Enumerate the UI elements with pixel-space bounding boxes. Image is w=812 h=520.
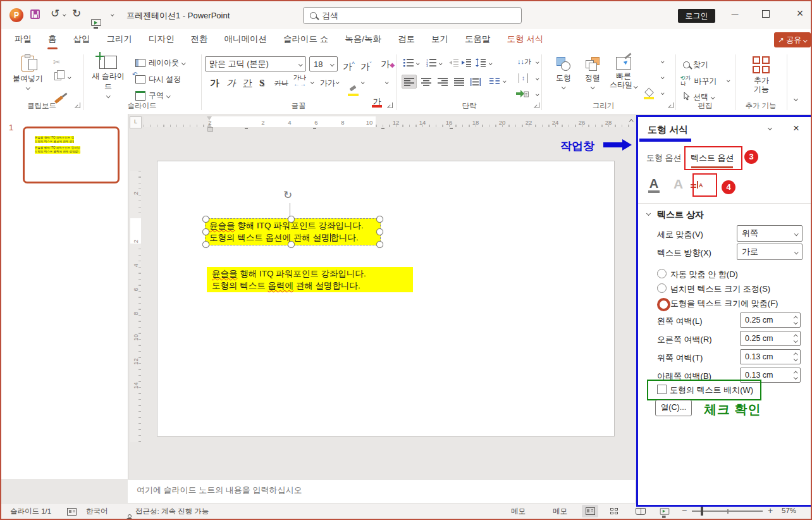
change-case-button[interactable]: 가가 [320,76,335,90]
resize-handle-nw[interactable] [202,216,209,223]
shape-fill-icon[interactable] [644,89,654,99]
close-button[interactable]: × [794,7,806,20]
rotation-handle-icon[interactable]: ↻ [283,189,292,202]
highlight-dropdown-icon[interactable] [361,80,364,84]
bold-button[interactable]: 가 [210,76,219,90]
resize-handle-n[interactable] [288,216,295,223]
shape-outline-dropdown-icon[interactable] [661,75,664,78]
align-text-icon[interactable]: ↕ [519,73,528,83]
smartart-dropdown-icon[interactable] [536,92,539,96]
pane-collapse-icon[interactable] [768,126,772,130]
view-normal-button[interactable] [582,505,598,517]
pane-tab-shape-options[interactable]: 도형 옵션 [646,152,682,164]
tab-11[interactable]: 도움말 [457,29,499,51]
slide-thumbnail[interactable]: 윤슬을 향해 ITQ 파워포인트 강좌입니다.도형의 텍스트 옵션에 관해 설명… [23,127,120,183]
character-spacing-dropdown-icon[interactable] [311,80,314,84]
view-reading-button[interactable] [632,505,649,517]
vertical-align-select[interactable]: 위쪽 [737,225,803,242]
replace-dropdown-icon[interactable] [727,78,730,82]
underline-button[interactable]: 간 [243,76,252,90]
textbox-second[interactable]: 윤슬을 행해 ITQ 파워포인트 강좌입니다. 도형의 텍스트 옵력에 관해 설… [207,267,413,292]
tab-4[interactable]: 디자인 [140,29,183,51]
view-slide-sorter-button[interactable] [606,505,622,517]
indent-square-marker[interactable] [207,127,213,132]
resize-handle-sw[interactable] [202,241,209,248]
section-collapse-icon[interactable] [646,211,651,216]
smartart-convert-icon[interactable] [516,90,529,101]
right-margin-spinner[interactable]: 0.25 cm [740,331,801,346]
font-color-dropdown-icon[interactable] [385,80,388,84]
zoom-slider-thumb[interactable] [701,506,703,516]
paste-button[interactable]: 붙여넣기 [11,56,44,89]
decrease-indent-icon[interactable] [449,58,458,70]
shrink-font-icon[interactable]: 가ˇ [360,57,372,73]
numbering-icon[interactable]: 123 [426,58,436,70]
line-spacing-dropdown-icon[interactable] [489,61,492,65]
tab-5[interactable]: 전환 [183,29,216,51]
zoom-out-button[interactable]: − [682,505,687,516]
font-size-select[interactable]: 18 [309,56,338,71]
scroll-up-icon[interactable] [627,118,635,125]
numbering-dropdown-icon[interactable] [439,61,442,65]
pane-close-icon[interactable]: × [793,122,799,135]
undo-icon[interactable]: ↺ [51,8,59,20]
view-slideshow-button[interactable] [656,505,673,517]
accessibility-status[interactable]: 접근성: 계속 진행 가능 [135,507,209,516]
tab-12[interactable]: 도형 서식 [499,29,552,51]
tab-1[interactable]: 홈 [40,29,65,51]
columns-button[interactable]: 열(C)... [655,400,692,416]
font-name-select[interactable]: 맑은 고딕 (본문) [205,56,306,71]
resize-handle-se[interactable] [376,241,383,248]
align-text-dropdown-icon[interactable] [536,77,539,80]
find-button[interactable]: 찾기 [683,59,708,70]
textbox-selected[interactable]: 윤슬을 향해 ITQ 파워포인트 강좌입니다. 도형의 텍스트 옵션에 관해 설… [205,218,381,245]
layout-button[interactable]: 레이아웃 [135,58,185,68]
shape-fill-dropdown-icon[interactable] [661,59,664,63]
undo-dropdown-icon[interactable] [63,13,66,16]
maximize-button[interactable] [762,10,770,18]
tab-0[interactable]: 파일 [6,29,40,51]
cut-icon[interactable]: ✂ [53,57,61,67]
resize-handle-s[interactable] [288,241,295,248]
login-button[interactable]: 로그인 [678,9,715,23]
text-direction-icon[interactable]: ↓↓가 [517,57,531,66]
font-color-icon[interactable]: 가 [372,96,382,108]
font-dialog-launcher[interactable] [387,102,393,108]
tab-10[interactable]: 보기 [423,29,457,51]
character-spacing-button[interactable]: 가나←→ [293,75,306,87]
clear-formatting-icon[interactable]: 가◆ [381,57,395,72]
zoom-level[interactable]: 57% [782,507,796,514]
resize-handle-w[interactable] [202,228,209,235]
bullets-dropdown-icon[interactable] [416,61,419,65]
text-shadow-button[interactable]: S [259,76,264,90]
distribute-text-button[interactable] [468,75,483,89]
new-slide-button[interactable]: 새 슬라이드 [89,56,128,97]
save-icon[interactable] [30,9,40,19]
replace-button[interactable]: ⟲가나 바꾸기 [680,75,717,87]
left-margin-spinner[interactable]: 0.25 cm [740,313,801,328]
paragraph-dialog-launcher[interactable] [534,102,539,108]
shapes-button[interactable]: 도형 [550,57,577,89]
notes-pane[interactable]: 여기에 슬라이드 노트의 내용을 입력하십시오 [128,479,635,505]
tab-2[interactable]: 삽입 [65,29,99,51]
copy-icon[interactable] [54,72,61,80]
reset-button[interactable]: 다시 설정 [135,74,181,85]
language-indicator[interactable]: 한국어 [86,507,108,516]
slide-canvas[interactable] [157,161,615,436]
shape-effects-dropdown-icon[interactable] [661,91,664,94]
tab-7[interactable]: 슬라이드 쇼 [275,29,336,51]
line-spacing-icon[interactable] [476,58,486,70]
bullets-icon[interactable] [403,58,414,70]
tab-6[interactable]: 애니메이션 [216,29,276,51]
radio-shrink-text[interactable] [657,283,667,293]
tab-3[interactable]: 그리기 [99,29,141,51]
radio-no-autofit[interactable] [657,269,667,278]
collapse-ribbon-icon[interactable] [794,97,798,101]
comments-label[interactable]: 메모 [553,507,567,516]
strikethrough-button[interactable]: 가나 [274,78,288,88]
resize-handle-e[interactable] [376,228,383,235]
wrap-text-checkbox[interactable] [657,385,667,394]
quick-styles-button[interactable]: 빠른스타일 [607,57,640,89]
italic-button[interactable]: 가 [226,76,236,90]
highlight-color-icon[interactable] [348,86,359,96]
